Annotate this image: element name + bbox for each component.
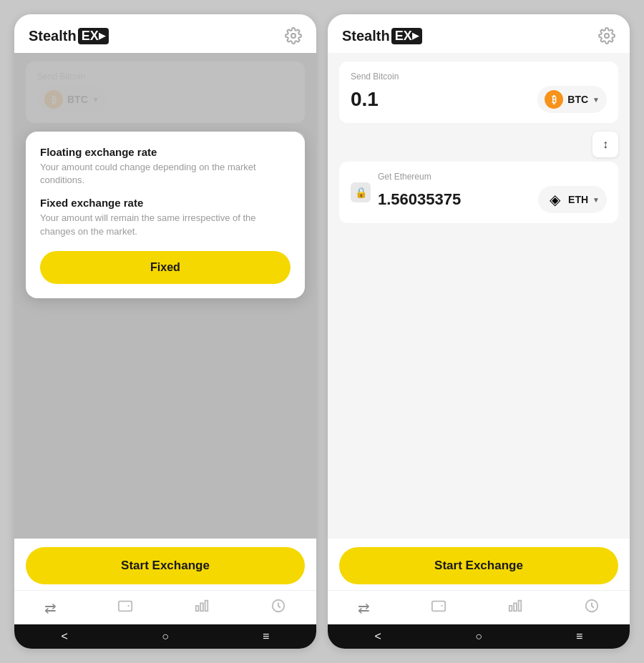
left-phone: Stealth EX ▶ Send Bitcoin ₿ BTC [14,14,316,649]
right-get-row: 1.56035375 ◈ ETH ▼ [378,186,607,213]
fixed-rate-desc: Your amount will remain the same irrespe… [40,212,291,237]
right-swap-row: ↕ [339,129,618,160]
right-bottom-nav: ⇄ [328,590,630,624]
svg-rect-9 [514,603,517,611]
right-btc-selector[interactable]: ₿ BTC ▼ [537,86,607,113]
right-logo-stealth-text: Stealth [342,28,390,44]
svg-rect-1 [119,601,132,612]
right-start-exchange-button[interactable]: Start Exchange [339,547,618,584]
right-swap-button[interactable]: ↕ [592,132,618,157]
right-android-home[interactable]: ○ [475,630,482,643]
left-logo: Stealth EX ▶ [29,28,109,44]
left-bottom-nav: ⇄ [14,590,316,624]
logo-stealth-text: Stealth [29,28,77,44]
exchange-rate-modal: Floating exchange rate Your amount could… [26,132,305,298]
left-start-exchange-button[interactable]: Start Exchange [26,547,305,584]
right-android-bar: < ○ ≡ [328,624,630,649]
left-content: Send Bitcoin ₿ BTC ▼ ↕ 🔒 Get [14,53,316,539]
right-logo-ex-badge: EX ▶ [391,28,422,44]
svg-rect-7 [432,601,445,612]
left-android-home[interactable]: ○ [162,630,169,643]
floating-rate-desc: Your amount could change depending on th… [40,161,291,187]
right-eth-icon: ◈ [545,190,564,209]
right-content: Send Bitcoin 0.1 ₿ BTC ▼ ↕ 🔒 Get Ethereu… [328,53,630,539]
floating-rate-title: Floating exchange rate [40,146,291,158]
right-settings-icon[interactable] [598,27,615,44]
left-nav-exchange-icon[interactable]: ⇄ [44,599,57,617]
left-nav-chart-icon[interactable] [194,598,210,617]
left-header: Stealth EX ▶ [14,14,316,53]
right-btc-icon: ₿ [545,90,563,109]
right-header: Stealth EX ▶ [328,14,630,53]
left-android-menu[interactable]: ≡ [263,630,269,643]
right-eth-name: ETH [568,194,588,205]
right-phone: Stealth EX ▶ Send Bitcoin 0.1 ₿ [328,14,630,649]
right-get-label: Get Ethereum [378,172,607,182]
right-send-card: Send Bitcoin 0.1 ₿ BTC ▼ [339,62,618,123]
right-get-amount: 1.56035375 [378,190,461,209]
right-get-card-inner: Get Ethereum 1.56035375 ◈ ETH ▼ [378,172,607,213]
svg-point-0 [291,34,296,38]
svg-point-6 [605,34,609,38]
right-bottom-section: Start Exchange [328,539,630,590]
right-nav-chart-icon[interactable] [507,598,523,617]
left-android-bar: < ○ ≡ [14,624,316,649]
right-eth-dropdown: ▼ [592,196,600,204]
right-send-row: 0.1 ₿ BTC ▼ [351,86,607,113]
right-send-amount: 0.1 [351,88,379,111]
logo-arrow-icon: ▶ [99,31,105,41]
fixed-rate-title: Fixed exchange rate [40,197,291,209]
right-send-label: Send Bitcoin [351,72,607,82]
svg-rect-10 [518,601,521,612]
svg-rect-4 [205,601,208,612]
fixed-rate-button[interactable]: Fixed [40,251,291,284]
left-bottom-section: Start Exchange [14,539,316,590]
logo-ex-badge: EX ▶ [78,28,109,44]
left-android-back[interactable]: < [62,630,68,643]
right-android-back[interactable]: < [375,630,381,643]
right-eth-selector[interactable]: ◈ ETH ▼ [538,186,607,213]
left-nav-history-icon[interactable] [270,598,286,617]
svg-rect-8 [509,606,512,611]
right-nav-history-icon[interactable] [584,598,600,617]
left-nav-wallet-icon[interactable] [117,598,133,617]
right-btc-name: BTC [567,94,588,105]
svg-rect-2 [196,606,199,611]
right-btc-dropdown: ▼ [592,96,600,104]
svg-rect-3 [200,603,203,611]
right-nav-exchange-icon[interactable]: ⇄ [358,599,370,617]
right-get-card: 🔒 Get Ethereum 1.56035375 ◈ ETH ▼ [339,162,618,223]
right-nav-wallet-icon[interactable] [431,598,447,617]
right-android-menu[interactable]: ≡ [576,630,582,643]
right-logo-arrow-icon: ▶ [412,31,419,41]
right-lock-icon: 🔒 [351,182,371,202]
right-logo: Stealth EX ▶ [342,28,422,44]
settings-icon[interactable] [285,27,302,44]
